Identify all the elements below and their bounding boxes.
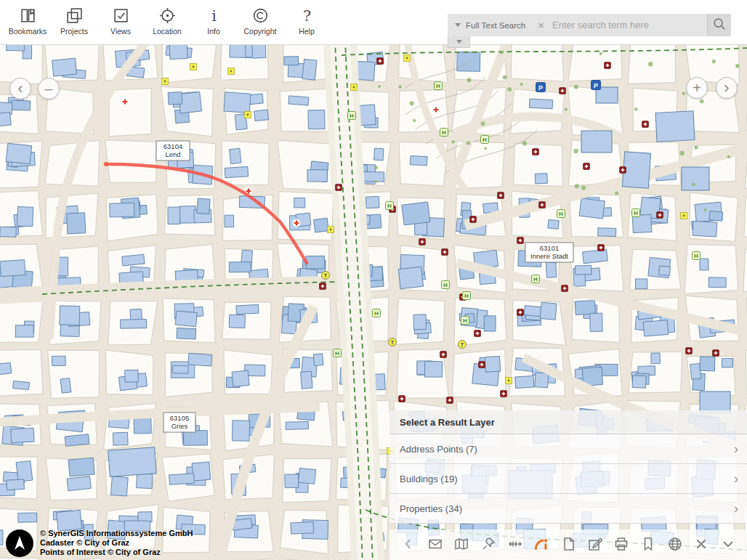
tram-stop-marker: T [459,341,467,349]
toolbar-label: Info [207,27,220,36]
pan-right-button[interactable]: › [716,77,738,99]
search-mode-button[interactable]: Full Text Search [448,14,533,36]
email-icon [427,536,443,554]
poi-marker-yellow [506,378,512,384]
attribution-line: Points of Interest © City of Graz [40,548,193,557]
poi-marker [539,202,546,208]
svg-text:H: H [559,211,563,217]
svg-text:H: H [634,210,638,216]
poi-marker [560,88,566,94]
search-area: Full Text Search × [448,14,731,36]
transit-stop-marker: H [557,210,565,218]
measure-button[interactable] [504,533,527,556]
transit-stop-marker: H [442,281,450,289]
views-icon [112,7,130,25]
search-input[interactable] [549,20,707,31]
svg-text:H: H [442,129,446,136]
poi-marker-yellow [245,112,251,118]
collapse-button[interactable] [716,533,740,556]
edit-button[interactable] [584,533,607,556]
search-clear-button[interactable]: × [533,20,549,31]
svg-text:H: H [463,317,467,324]
svg-text:H: H [482,137,487,143]
svg-text:H: H [443,282,448,288]
zoom-in-button[interactable]: + [686,77,708,99]
svg-text:H: H [374,310,379,317]
attribution-line: © SynerGIS Informationssysteme GmbH [40,529,193,538]
poi-marker [584,163,590,170]
svg-text:Gries: Gries [171,422,188,430]
poi-marker [598,245,605,251]
poi-marker [475,330,481,337]
poi-marker [517,309,524,316]
toolbar-button-info[interactable]: i Info [192,1,235,43]
help-icon: ? [298,7,316,25]
transit-stop-marker: H [348,112,356,120]
map-viewport[interactable]: HHHHHHHHHHHHHHTTTPP 63104 Lend 63101 Inn… [0,45,747,560]
toolbar-button-copyright[interactable]: Copyright [238,1,282,43]
location-icon [158,7,177,25]
email-button[interactable] [424,533,447,556]
pin-button[interactable] [477,533,500,556]
toolbar-button-views[interactable]: Views [99,1,142,43]
medical-cross-marker [293,219,301,227]
search-button[interactable] [707,14,731,36]
svg-text:H: H [350,113,354,119]
close-button[interactable] [690,533,713,556]
identify-button[interactable] [530,533,553,556]
poi-marker [620,167,626,174]
bookmark-button[interactable] [637,533,660,556]
toolbar-button-projects[interactable]: Projects [52,1,96,43]
toolbar-label: Bookmarks [9,27,47,36]
print-button[interactable] [610,533,633,556]
toolbar-button-help[interactable]: ? Help [285,1,328,43]
attribution-line: Cadaster © City of Graz [40,538,193,548]
info-icon: i [205,7,223,25]
map-overview-button[interactable] [450,533,473,556]
globe-button[interactable] [663,533,687,556]
transit-stop-marker: H [435,82,443,90]
svg-text:63105: 63105 [170,414,189,422]
toolbar-buttons: Bookmarks Projects Views Location [6,1,328,43]
poi-marker [498,192,504,199]
poi-marker [657,212,663,219]
search-options-toggle[interactable] [448,36,470,48]
transit-stop-marker: H [461,317,469,325]
poi-marker [642,121,649,128]
toolbar-label: Projects [60,27,88,36]
poi-marker [320,283,326,290]
zoom-out-button[interactable]: – [38,78,60,100]
previous-button[interactable] [397,533,420,556]
svg-text:T: T [324,272,328,279]
transit-stop-marker: H [632,209,640,217]
poi-marker [447,397,453,404]
poi-marker [501,391,507,397]
toolbar-button-location[interactable]: Location [145,1,189,43]
result-item-address-points[interactable]: Address Points (7) › [389,434,747,464]
result-item-label: Buildings (19) [400,474,458,484]
parking-marker: P [536,83,546,92]
poi-marker [517,238,524,244]
toolbar-label: Help [299,27,315,36]
toolbar-label: Views [110,27,131,36]
svg-text:H: H [694,253,698,259]
search-icon [712,17,727,33]
chevron-down-icon [455,23,461,27]
svg-text:P: P [594,82,598,89]
result-panel-title: Select a Result Layer [389,410,747,434]
pan-left-button[interactable]: ‹ [9,78,31,100]
svg-text:?: ? [302,7,310,25]
document-button[interactable] [557,533,580,556]
route-start-point [104,162,108,166]
compass-logo-icon [6,529,33,557]
result-item-buildings[interactable]: Buildings (19) › [389,464,747,494]
bookmark-icon [640,536,656,554]
poi-marker [533,149,539,155]
poi-marker [419,239,426,245]
chevron-right-icon: › [734,442,738,455]
transit-stop-marker: H [532,275,540,283]
district-label-lend: 63104 Lend [156,141,190,161]
poi-marker [399,396,405,402]
toolbar-button-bookmarks[interactable]: Bookmarks [6,1,49,43]
result-item-properties[interactable]: Properties (34) › [389,494,747,524]
